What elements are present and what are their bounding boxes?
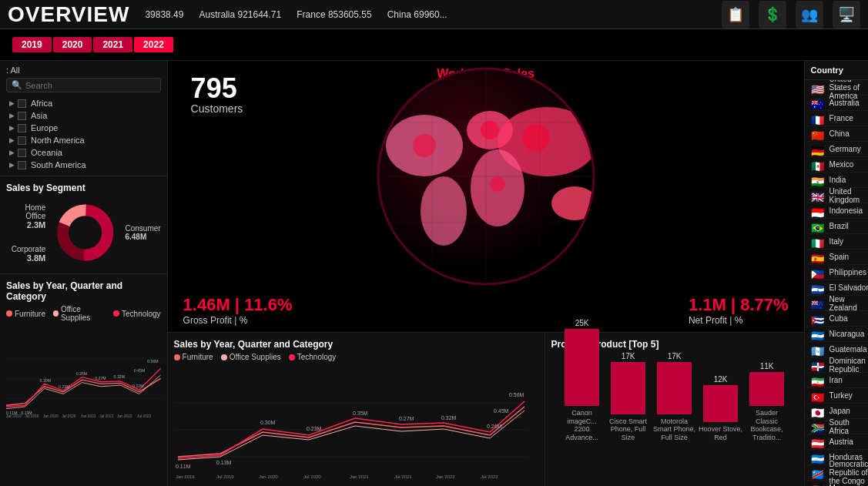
table-row[interactable]: 🇨🇺 Cuba 0.16M | 1.26% xyxy=(805,311,868,327)
svg-text:Jul 2021: Jul 2021 xyxy=(394,474,412,479)
stat-3: France 853605.55 xyxy=(297,9,371,20)
segment-corporate: Corporate 3.8M xyxy=(6,245,45,263)
net-profit-value: 1.1M | 8.77% xyxy=(689,295,789,315)
region-label: Oceania xyxy=(31,148,62,157)
region-africa[interactable]: ▶ Africa xyxy=(6,97,161,109)
tab-2021[interactable]: 2021 xyxy=(93,37,132,52)
gross-profit-block: 1.46M | 11.6% Gross Profit | % xyxy=(183,295,293,326)
table-row[interactable]: 🇿🇦 South Africa 95.29K | 0.76% xyxy=(805,419,868,434)
svg-text:Jan 2022: Jan 2022 xyxy=(436,474,455,479)
country-name: China xyxy=(829,129,868,138)
table-row[interactable]: 🇲🇽 Mexico 0.62M | 4.94% xyxy=(805,157,868,173)
stat-2: Australia 921644.71 xyxy=(199,9,281,20)
icon-report[interactable]: 📋 xyxy=(722,1,749,28)
net-profit-block: 1.1M | 8.77% Net Profit | % xyxy=(689,295,789,326)
table-row[interactable]: 🇮🇷 Iran 0.11M | 0.9% xyxy=(805,373,868,388)
table-row[interactable]: 🇳🇿 New Zealand 0.17M | 1.37% xyxy=(805,296,868,311)
table-row[interactable]: 🇬🇧 United Kingdom 0.53M | 4.18% xyxy=(805,188,868,203)
country-header: Country xyxy=(811,65,843,75)
country-list[interactable]: 🇺🇸 United States of America 2.29M | 18.2… xyxy=(805,80,868,486)
line-chart-title2: Sales by Year, Quarter and Category xyxy=(174,339,538,350)
checkbox-south-america[interactable] xyxy=(18,161,26,169)
legend-technology: Technology xyxy=(113,305,161,322)
chart-legend: Furniture Office Supplies Technology xyxy=(6,305,161,322)
country-flag: 🇮🇷 xyxy=(811,376,825,385)
country-flag: 🇨🇺 xyxy=(811,314,825,323)
country-flag: 🇮🇩 xyxy=(811,206,825,216)
country-name: Australia xyxy=(829,99,868,107)
bottom-row: Sales by Year, Quarter and Category Furn… xyxy=(168,332,804,486)
table-row[interactable]: 🇦🇹 Austria 92.54K | 0.74% xyxy=(805,434,868,450)
bar-rect xyxy=(703,385,738,422)
checkbox-oceania[interactable] xyxy=(18,149,26,157)
svg-text:Jan 2022: Jan 2022 xyxy=(117,414,132,418)
table-row[interactable]: 🇸🇻 El Salvador 0.18M | 1.41% xyxy=(805,280,868,296)
region-south-america[interactable]: ▶ South America xyxy=(6,159,161,171)
svg-text:0.30M: 0.30M xyxy=(260,420,276,425)
country-flag: 🇨🇳 xyxy=(811,129,825,139)
country-name: Germany xyxy=(829,145,868,153)
country-flag: 🇲🇽 xyxy=(811,160,825,169)
arrow-icon: ▶ xyxy=(9,99,15,107)
legend-office2: Office Supplies xyxy=(221,353,281,361)
country-flag: 🇿🇦 xyxy=(811,422,825,431)
tab-2022[interactable]: 2022 xyxy=(134,37,173,52)
checkbox-north-america[interactable] xyxy=(18,136,26,145)
region-north-america[interactable]: ▶ North America xyxy=(6,134,161,146)
table-row[interactable]: 🇩🇪 Germany 0.62M | 4.96% xyxy=(805,142,868,157)
table-row[interactable]: 🇫🇷 France 0.85M | 6.78% xyxy=(805,111,868,126)
country-flag: 🇺🇸 xyxy=(811,83,825,92)
legend-dot-furniture xyxy=(6,310,12,317)
svg-text:Jul 2019: Jul 2019 xyxy=(216,474,234,479)
svg-point-33 xyxy=(413,134,436,157)
bar-rect xyxy=(611,362,645,414)
bottom-metrics: 1.46M | 11.6% Gross Profit | % 1.1M | 8.… xyxy=(168,292,804,332)
table-row[interactable]: 🇹🇷 Turkey 0.11M | 0.86% xyxy=(805,388,868,404)
checkbox-africa[interactable] xyxy=(18,99,26,108)
table-row[interactable]: 🇯🇵 Japan 99.88K | 0.79% xyxy=(805,404,868,419)
table-row[interactable]: 🇳🇮 Nicaragua 0.15M | 1.18% xyxy=(805,327,868,342)
top-icons: 📋 💲 👥 🖥️ xyxy=(722,1,860,28)
search-box[interactable]: 🔍 xyxy=(6,78,161,92)
country-flag: 🇸🇻 xyxy=(811,283,825,293)
table-row[interactable]: 🇵🇭 Philippines 0.18M | 1.44% xyxy=(805,265,868,280)
checkbox-europe[interactable] xyxy=(18,124,26,132)
svg-text:0.35M: 0.35M xyxy=(353,411,368,416)
table-row[interactable]: 🇩🇴 Dominican Republic 0.13M | 1% xyxy=(805,357,868,373)
tab-2020[interactable]: 2020 xyxy=(53,37,92,52)
checkbox-asia[interactable] xyxy=(18,112,26,120)
table-row[interactable]: 🇬🇹 Guatemala 0.13M | 1.05% xyxy=(805,342,868,357)
region-europe[interactable]: ▶ Europe xyxy=(6,122,161,134)
country-flag: 🇬🇹 xyxy=(811,345,825,354)
icon-users[interactable]: 👥 xyxy=(796,1,823,28)
table-row[interactable]: 🇪🇸 Spain 0.29M | 2.28% xyxy=(805,250,868,265)
table-row[interactable]: 🇧🇷 Brazil 0.36M | 2.84% xyxy=(805,219,868,234)
dot-office xyxy=(221,354,227,360)
svg-point-34 xyxy=(481,121,499,139)
profit-by-product: Profit by Product [Top 5] 25K Canon imag… xyxy=(545,333,804,486)
table-row[interactable]: 🇮🇹 Italy 0.29M | 2.3% xyxy=(805,234,868,250)
country-flag: 🇮🇳 xyxy=(811,176,825,185)
country-name: Guatemala xyxy=(829,345,868,354)
icon-finance[interactable]: 💲 xyxy=(759,1,786,28)
segment-home-office: Home Office 2.3M xyxy=(6,203,45,230)
donut-labels: Home Office 2.3M Corporate 3.8M xyxy=(6,203,45,263)
country-flag: 🇮🇹 xyxy=(811,237,825,246)
table-row[interactable]: 🇨🇩 Democratic Republic of the Congo 87.4… xyxy=(805,465,868,481)
icon-monitor[interactable]: 🖥️ xyxy=(833,1,860,28)
country-name: Philippines xyxy=(829,268,868,277)
region-asia[interactable]: ▶ Asia xyxy=(6,109,161,122)
table-row[interactable]: 🇮🇳 India 0.59M | 4.68% xyxy=(805,173,868,188)
table-row[interactable]: 🇨🇳 China 0.7M | 5.56% xyxy=(805,126,868,142)
tab-2019[interactable]: 2019 xyxy=(12,37,52,52)
svg-text:0.23M: 0.23M xyxy=(307,426,322,431)
bar-label: Hoover Stove, Red xyxy=(698,425,744,442)
svg-text:Jan 2021: Jan 2021 xyxy=(350,474,369,479)
bar-column: 17K Cisco Smart Phone, Full Size xyxy=(605,352,652,442)
search-input[interactable] xyxy=(25,81,156,90)
table-row[interactable]: 🇺🇸 United States of America 2.29M | 18.2… xyxy=(805,80,868,96)
bar-chart-area: 25K Canon imageC... 2200 Advance... 17K … xyxy=(551,357,798,442)
table-row[interactable]: 🇮🇩 Indonesia 0.4M | 3.19% xyxy=(805,203,868,219)
country-flag: 🇬🇧 xyxy=(811,191,825,200)
region-oceania[interactable]: ▶ Oceania xyxy=(6,146,161,159)
